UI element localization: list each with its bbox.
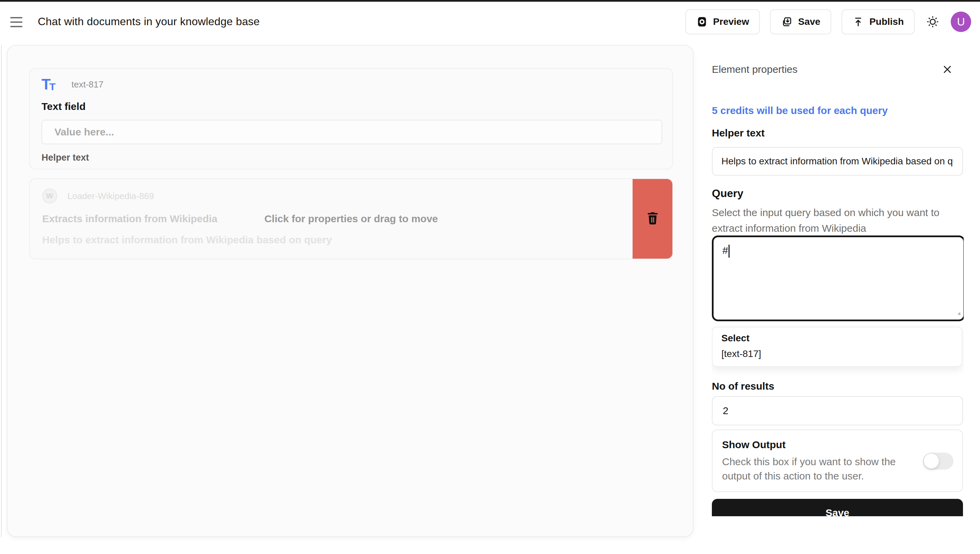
text-element-id: text-817	[72, 79, 103, 90]
user-avatar[interactable]: U	[951, 11, 971, 32]
theme-toggle-icon[interactable]	[925, 14, 940, 30]
helper-text-label: Helper text	[712, 127, 765, 139]
text-element-card[interactable]: TT text-817 Text field Value here... Hel…	[29, 68, 673, 169]
close-icon[interactable]	[940, 63, 954, 76]
show-output-label: Show Output	[722, 439, 953, 451]
save-icon	[781, 16, 792, 27]
query-textarea[interactable]: #	[712, 236, 964, 321]
query-description: Select the input query based on which yo…	[712, 205, 957, 236]
loader-element-id: Loader-Wikipedia-869	[67, 191, 154, 201]
show-output-toggle[interactable]	[923, 452, 953, 470]
save-button[interactable]: Save	[770, 9, 831, 34]
results-input[interactable]	[712, 396, 963, 425]
panel-title: Element properties	[712, 64, 798, 75]
trash-icon	[645, 210, 660, 227]
element-properties-panel: Element properties 5 credits will be use…	[712, 45, 964, 516]
canvas-edge-line	[1, 45, 2, 537]
publish-button-label: Publish	[869, 16, 904, 27]
delete-element-button[interactable]	[633, 179, 673, 259]
text-cursor	[729, 245, 730, 258]
header-actions: Preview Save	[685, 9, 971, 34]
drag-hint: Click for properties or drag to move	[30, 213, 672, 224]
credits-note: 5 credits will be used for each query	[712, 105, 888, 116]
preview-icon	[696, 16, 708, 27]
menu-icon[interactable]	[10, 15, 24, 29]
text-element-icon: TT	[41, 77, 67, 92]
wikipedia-loader-card[interactable]: W Loader-Wikipedia-869 Extracts informat…	[29, 178, 673, 259]
toggle-knob	[924, 454, 939, 469]
text-field-input[interactable]: Value here...	[41, 120, 662, 144]
results-label: No of results	[712, 380, 774, 392]
dropdown-group-label: Select	[721, 333, 953, 344]
text-field-placeholder: Value here...	[54, 126, 114, 138]
loader-helper-text: Helps to extract information from Wikipe…	[42, 234, 332, 246]
preview-button[interactable]: Preview	[685, 9, 760, 34]
show-output-card: Show Output Check this box if you want t…	[712, 430, 963, 492]
show-output-description: Check this box if you want to show the o…	[722, 455, 920, 483]
dropdown-option[interactable]: [text-817]	[721, 349, 953, 359]
app-builder-page: Chat with documents in your knowledge ba…	[0, 0, 980, 554]
publish-icon	[853, 16, 864, 27]
wikipedia-icon: W	[42, 188, 57, 204]
query-value: #	[722, 245, 728, 256]
query-suggestion-dropdown: Select [text-817]	[712, 327, 962, 367]
header: Chat with documents in your knowledge ba…	[0, 2, 980, 41]
text-field-helper-text: Helper text	[41, 153, 661, 163]
helper-text-input[interactable]	[712, 147, 963, 175]
panel-save-button[interactable]: Save	[712, 499, 963, 516]
save-button-label: Save	[798, 16, 820, 27]
builder-canvas: TT text-817 Text field Value here... Hel…	[7, 45, 694, 537]
preview-button-label: Preview	[713, 16, 749, 27]
query-label: Query	[712, 187, 743, 200]
text-field-label: Text field	[41, 101, 661, 112]
page-title: Chat with documents in your knowledge ba…	[38, 15, 259, 28]
resize-handle-icon[interactable]	[955, 306, 961, 317]
publish-button[interactable]: Publish	[842, 9, 915, 34]
